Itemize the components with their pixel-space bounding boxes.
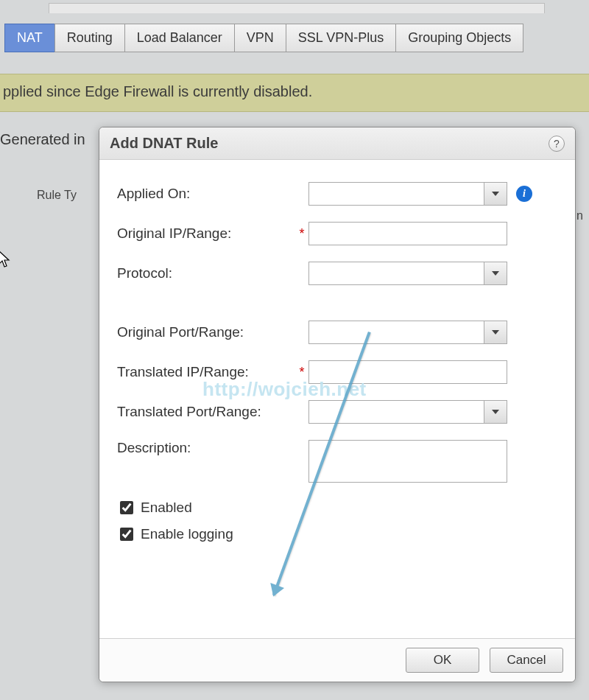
cancel-button[interactable]: Cancel: [490, 648, 563, 673]
column-right: n: [576, 209, 583, 223]
help-icon[interactable]: ?: [549, 136, 565, 152]
applied-on-select[interactable]: [308, 182, 507, 206]
description-input[interactable]: [308, 440, 507, 483]
label-translated-port: Translated Port/Range:: [117, 404, 295, 420]
panel-top-edge: [49, 3, 545, 13]
translated-port-value: [309, 401, 484, 423]
label-original-port: Original Port/Range:: [117, 324, 295, 340]
tab-nat[interactable]: NAT: [4, 24, 55, 52]
tab-ssl-vpn-plus[interactable]: SSL VPN-Plus: [286, 24, 396, 52]
original-ip-input[interactable]: [308, 222, 507, 245]
dialog-form: http://wojcieh.net Applied On: i Origina…: [99, 160, 575, 638]
translated-ip-input[interactable]: [308, 360, 507, 384]
cursor-icon: [0, 251, 12, 273]
translated-port-select[interactable]: [308, 400, 507, 424]
original-port-select[interactable]: [308, 321, 507, 344]
info-icon[interactable]: i: [516, 186, 532, 202]
tab-routing[interactable]: Routing: [54, 24, 125, 52]
tab-grouping-objects[interactable]: Grouping Objects: [395, 24, 523, 52]
protocol-value: [309, 262, 484, 284]
dialog-title: Add DNAT Rule: [110, 135, 218, 152]
column-rule-type: Rule Ty: [37, 189, 77, 202]
original-port-value: [309, 321, 484, 343]
protocol-select[interactable]: [308, 262, 507, 285]
label-translated-ip: Translated IP/Range:: [117, 364, 295, 380]
enabled-label: Enabled: [141, 500, 192, 516]
label-applied-on: Applied On:: [117, 186, 295, 202]
required-marker: *: [295, 226, 308, 242]
label-original-ip: Original IP/Range:: [117, 225, 295, 242]
enable-logging-checkbox[interactable]: [120, 528, 133, 541]
add-dnat-rule-dialog: Add DNAT Rule ? http://wojcieh.net Appli…: [99, 127, 576, 682]
tab-bar: NAT Routing Load Balancer VPN SSL VPN-Pl…: [4, 24, 523, 52]
tab-load-balancer[interactable]: Load Balancer: [124, 24, 235, 52]
chevron-down-icon[interactable]: [484, 321, 507, 343]
applied-on-value: [309, 183, 484, 205]
chevron-down-icon[interactable]: [484, 401, 507, 423]
enabled-checkbox[interactable]: [120, 501, 133, 514]
enable-logging-label: Enable logging: [141, 526, 233, 542]
dialog-footer: OK Cancel: [99, 638, 575, 682]
label-protocol: Protocol:: [117, 265, 295, 281]
warning-banner: pplied since Edge Firewall is currently …: [0, 74, 589, 112]
label-description: Description:: [117, 440, 295, 456]
chevron-down-icon[interactable]: [484, 262, 507, 284]
required-marker: *: [295, 365, 308, 380]
generated-label: Generated in: [0, 131, 85, 148]
dialog-header: Add DNAT Rule ?: [99, 127, 575, 160]
ok-button[interactable]: OK: [406, 648, 479, 673]
tab-vpn[interactable]: VPN: [234, 24, 286, 52]
chevron-down-icon[interactable]: [484, 183, 507, 205]
